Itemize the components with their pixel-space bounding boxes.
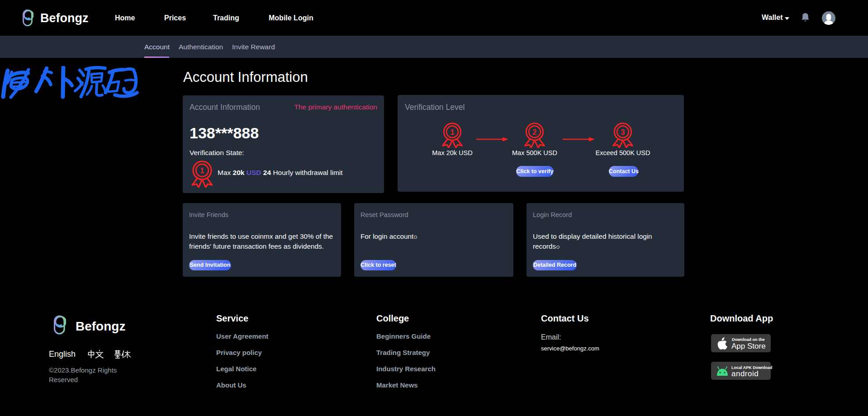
- svg-text:1: 1: [451, 128, 455, 136]
- svg-text:1: 1: [200, 166, 204, 175]
- svg-text:3: 3: [621, 128, 625, 136]
- svg-text:2: 2: [533, 128, 537, 136]
